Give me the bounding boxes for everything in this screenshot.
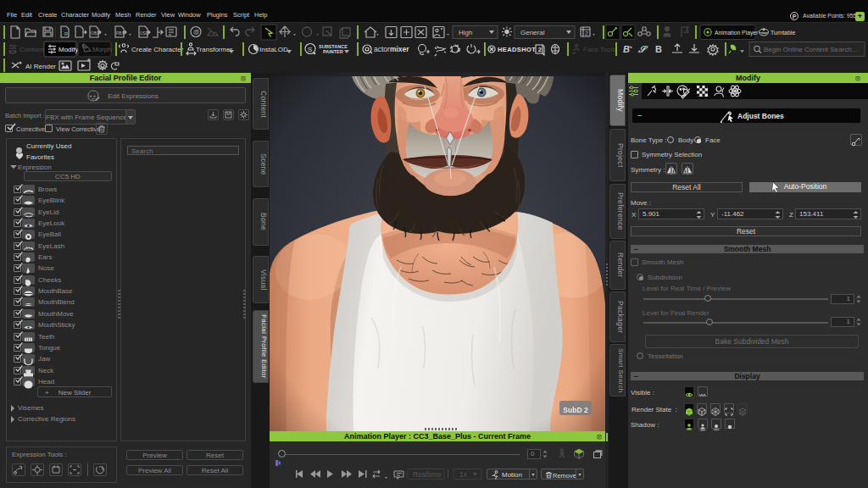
svg-text:USD: USD [140,30,149,36]
svg-text:Modify: Modify [58,46,79,53]
svg-text:𝒮: 𝒮 [637,44,648,54]
svg-text:General: General [520,29,545,36]
svg-text:Create Character: Create Character [131,46,184,53]
svg-text:S: S [308,46,312,53]
svg-text:PAINTER: PAINTER [323,49,343,54]
svg-text:actormixer: actormixer [374,45,409,53]
svg-text:B: B [623,44,630,54]
svg-text:1x: 1x [459,470,468,479]
svg-text:Realtime: Realtime [413,470,442,479]
svg-text:Conform: Conform [19,46,46,53]
svg-text:@: @ [193,29,199,35]
svg-text:Face Tools: Face Tools [583,46,616,53]
svg-text:InstaLOD: InstaLOD [259,46,288,53]
svg-text:Morph: Morph [92,46,112,53]
svg-text:Begin Online Content Search...: Begin Online Content Search... [764,46,857,53]
svg-text:OBJ: OBJ [91,30,99,36]
svg-text:FBX: FBX [116,30,125,36]
svg-text:R: R [64,31,68,36]
svg-text:High: High [459,29,472,36]
svg-text:Animation Player: Animation Player [715,30,759,36]
svg-text:B: B [655,44,662,54]
svg-text:Transformer: Transformer [196,46,233,53]
svg-text:AI Render: AI Render [25,63,56,70]
svg-text:2: 2 [585,30,588,36]
svg-text:Turntable: Turntable [771,30,795,36]
